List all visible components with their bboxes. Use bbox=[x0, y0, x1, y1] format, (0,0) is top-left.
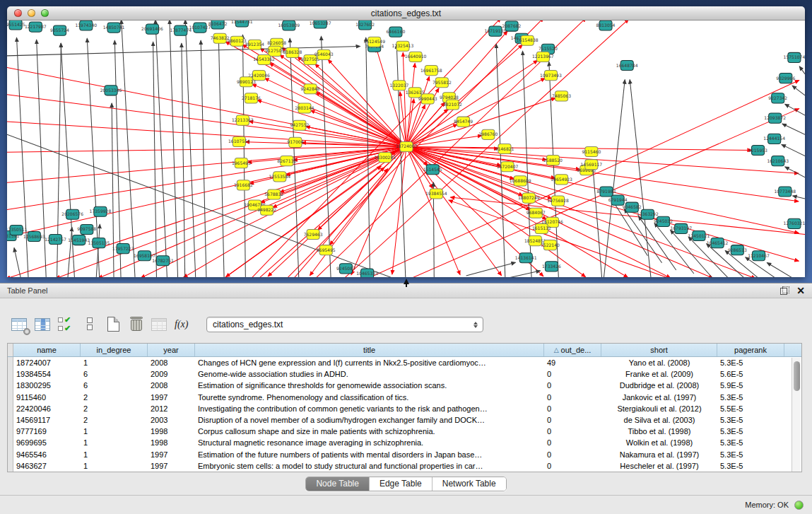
graph-node[interactable]: 7629463 bbox=[304, 229, 323, 239]
memory-ok-indicator[interactable] bbox=[794, 501, 804, 510]
function-builder-button[interactable]: f(x) bbox=[175, 316, 192, 333]
graph-node[interactable]: 9551425 bbox=[7, 21, 25, 30]
graph-node[interactable]: 7463822 bbox=[211, 33, 230, 43]
table-cell[interactable]: 5.3E-5 bbox=[717, 357, 784, 368]
table-cell[interactable]: 0 bbox=[544, 426, 601, 437]
minimize-window-button[interactable] bbox=[28, 9, 35, 17]
graph-node[interactable]: 9990443 bbox=[418, 94, 437, 104]
graph-node[interactable]: 11210467 bbox=[748, 251, 770, 261]
close-window-button[interactable] bbox=[14, 9, 22, 17]
table-cell[interactable]: 0 bbox=[544, 403, 601, 414]
graph-node[interactable]: 9146821 bbox=[495, 144, 514, 153]
table-cell[interactable]: Estimation of the future numbers of pati… bbox=[195, 449, 544, 460]
table-cell[interactable]: 2009 bbox=[148, 368, 195, 380]
graph-node[interactable]: 6791944 bbox=[608, 195, 628, 205]
table-cell[interactable]: 49 bbox=[544, 357, 601, 368]
graph-node[interactable]: 9546043 bbox=[314, 49, 334, 59]
graph-edge[interactable] bbox=[14, 247, 21, 277]
graph-edge[interactable] bbox=[793, 196, 805, 199]
table-cell[interactable]: 22420046 bbox=[13, 403, 81, 414]
graph-node[interactable]: 2986760 bbox=[478, 129, 498, 139]
tab-node-table[interactable]: Node Table bbox=[306, 477, 370, 491]
graph-edge[interactable] bbox=[406, 98, 555, 147]
table-row[interactable]: 911546021997Tourette syndrome. Phenomeno… bbox=[8, 392, 801, 403]
column-header-title[interactable]: title bbox=[195, 344, 544, 356]
graph-node[interactable]: 9498222 bbox=[257, 205, 276, 215]
table-settings-button[interactable] bbox=[11, 316, 28, 333]
table-cell[interactable]: 2008 bbox=[148, 380, 195, 391]
close-panel-icon[interactable]: ✕ bbox=[796, 286, 805, 296]
table-cell[interactable]: 5.3E-5 bbox=[717, 392, 784, 403]
table-cell[interactable]: Yano et al. (2008) bbox=[601, 357, 717, 368]
table-cell[interactable]: Dudbridge et al. (2008) bbox=[601, 380, 717, 391]
table-cell[interactable]: 1998 bbox=[148, 426, 195, 437]
table-cell[interactable]: 1998 bbox=[148, 437, 195, 448]
graph-node[interactable]: 8813054 bbox=[596, 21, 616, 30]
table-cell[interactable]: Tourette syndrome. Phenomenology and cla… bbox=[195, 392, 544, 403]
graph-node[interactable]: 12325413 bbox=[392, 41, 414, 51]
table-cell[interactable]: 9699695 bbox=[13, 437, 81, 448]
table-cell[interactable]: 2 bbox=[81, 403, 148, 414]
graph-edge[interactable] bbox=[112, 103, 114, 277]
graph-node[interactable]: 12213967 bbox=[532, 52, 554, 62]
network-canvas[interactable]: 9551425122179879355724119743401485074120… bbox=[7, 21, 805, 277]
table-cell[interactable]: 1997 bbox=[148, 392, 195, 403]
table-cell[interactable]: 1 bbox=[81, 460, 148, 472]
table-cell[interactable]: Stergiakouli et al. (2012) bbox=[601, 403, 717, 414]
graph-edge[interactable] bbox=[252, 84, 406, 146]
select-columns-button[interactable] bbox=[35, 316, 52, 333]
table-cell[interactable]: 6 bbox=[81, 380, 148, 391]
table-cell[interactable]: 5.3E-5 bbox=[717, 449, 784, 460]
graph-edge[interactable] bbox=[782, 124, 805, 134]
graph-node[interactable]: 2087682 bbox=[502, 21, 522, 31]
graph-node[interactable]: 12213363 bbox=[232, 115, 254, 125]
table-cell[interactable]: 5.6E-5 bbox=[717, 368, 784, 380]
table-row[interactable]: 1872400712008Changes of HCN gene express… bbox=[8, 357, 801, 368]
table-row[interactable]: 1830029562008Estimation of significance … bbox=[8, 380, 801, 391]
graph-node[interactable]: 18807249 bbox=[518, 193, 540, 203]
network-window-titlebar[interactable]: citations_edges.txt bbox=[7, 6, 805, 21]
graph-node[interactable]: 12093872 bbox=[764, 113, 786, 123]
graph-edge[interactable] bbox=[201, 40, 206, 277]
table-cell[interactable]: 5.3E-5 bbox=[717, 414, 784, 426]
graph-edge[interactable] bbox=[366, 37, 370, 277]
graph-node[interactable]: 14136141 bbox=[515, 253, 537, 263]
graph-node[interactable]: 1916682 bbox=[234, 180, 253, 190]
table-cell[interactable]: 9463627 bbox=[13, 460, 81, 472]
table-row[interactable]: 977716911998Corpus callosum shape and si… bbox=[8, 426, 801, 437]
graph-node[interactable]: 11544731 bbox=[231, 21, 253, 27]
table-cell[interactable]: 1 bbox=[81, 426, 148, 437]
graph-node[interactable]: 9355724 bbox=[50, 25, 69, 35]
table-row[interactable]: 946362711997Embryonic stem cells: a mode… bbox=[8, 460, 801, 472]
graph-node[interactable]: 12444154 bbox=[763, 134, 785, 144]
graph-node[interactable]: 12217987 bbox=[25, 22, 47, 32]
table-cell[interactable]: Genome-wide association studies in ADHD. bbox=[195, 368, 544, 380]
graph-node[interactable]: 12553584 bbox=[269, 172, 290, 182]
table-cell[interactable]: 0 bbox=[544, 460, 601, 472]
table-cell[interactable]: Hescheler et al. (1997) bbox=[601, 460, 717, 472]
table-cell[interactable]: 1 bbox=[81, 437, 148, 448]
table-row[interactable]: 1938455462009Genome-wide association stu… bbox=[8, 368, 801, 380]
table-cell[interactable]: 14569117 bbox=[13, 414, 81, 426]
column-header-year[interactable]: year bbox=[148, 344, 195, 356]
graph-node[interactable]: 2718176 bbox=[242, 93, 261, 103]
table-cell[interactable]: 0 bbox=[544, 414, 601, 426]
graph-node[interactable]: 12450121 bbox=[688, 230, 710, 240]
citation-network-graph[interactable]: 9551425122179879355724119743401485074120… bbox=[7, 21, 805, 277]
graph-node[interactable]: 9115460 bbox=[582, 146, 601, 156]
graph-node[interactable]: 16782751 bbox=[152, 256, 174, 266]
table-cell[interactable]: 9465546 bbox=[13, 449, 81, 460]
table-cell[interactable]: Tibbo et al. (1998) bbox=[601, 426, 717, 437]
graph-node[interactable]: 15720407 bbox=[497, 162, 519, 172]
select-rows-button[interactable]: ✔✔ bbox=[58, 316, 75, 333]
table-row[interactable]: 946554611997Estimation of the future num… bbox=[8, 449, 801, 460]
graph-node[interactable]: 20053346 bbox=[100, 86, 122, 95]
graph-node[interactable]: 15751074 bbox=[784, 52, 805, 62]
graph-edge[interactable] bbox=[17, 37, 29, 277]
table-cell[interactable]: Structural magnetic resonance image aver… bbox=[195, 437, 544, 448]
column-header-short[interactable]: short bbox=[601, 344, 717, 356]
graph-node[interactable]: 1327602 bbox=[355, 21, 375, 30]
table-cell[interactable]: 5.9E-5 bbox=[717, 380, 784, 391]
graph-node[interactable]: 9227342 bbox=[768, 93, 787, 103]
graph-node[interactable]: 16053809 bbox=[278, 21, 300, 30]
